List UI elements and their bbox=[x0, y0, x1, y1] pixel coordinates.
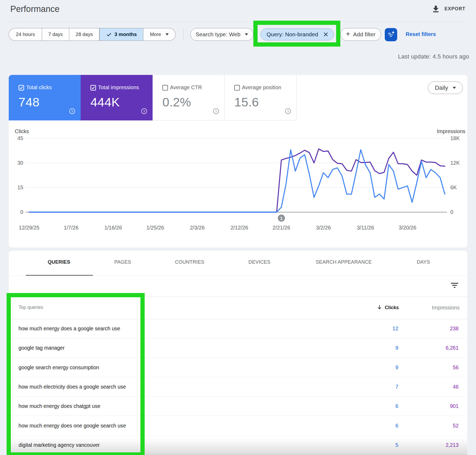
svg-text:1: 1 bbox=[280, 216, 283, 221]
